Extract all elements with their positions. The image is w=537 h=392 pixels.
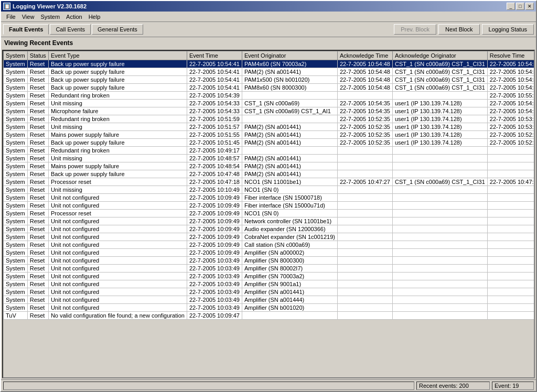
table-cell: Reset xyxy=(27,100,48,107)
tab-general-events[interactable]: General Events xyxy=(92,24,143,35)
table-cell: No valid configuration file found; a new… xyxy=(48,312,187,320)
table-cell: Reset xyxy=(27,257,48,265)
table-row[interactable]: SystemResetMains power supply failure22-… xyxy=(4,162,535,170)
table-cell: System xyxy=(4,92,28,100)
table-cell: Reset xyxy=(27,186,48,194)
maximize-button[interactable]: □ xyxy=(516,3,524,10)
table-cell: user1 (IP 130.139.74.128) xyxy=(392,115,487,123)
table-row[interactable]: SystemResetUnit not configured22-7-2005 … xyxy=(4,217,535,225)
menu-help[interactable]: Help xyxy=(85,13,104,21)
table-cell: Reset xyxy=(27,233,48,241)
table-row[interactable]: SystemResetUnit not configured22-7-2005 … xyxy=(4,288,535,296)
table-cell: 22-7-2005 10:54:35 xyxy=(337,107,392,115)
logging-status-button[interactable]: Logging Status xyxy=(482,24,534,35)
table-cell: System xyxy=(4,225,28,233)
table-cell: System xyxy=(4,265,28,273)
table-row[interactable]: SystemResetBack up power supply failure2… xyxy=(4,139,535,147)
minimize-button[interactable]: _ xyxy=(507,3,515,10)
table-cell xyxy=(337,296,392,304)
table-cell: Unit missing xyxy=(48,100,187,107)
table-row[interactable]: SystemResetRedundant ring broken22-7-200… xyxy=(4,115,535,123)
table-cell: 22-7-2005 10:54:48 xyxy=(487,68,535,76)
table-row[interactable]: SystemResetUnit not configured22-7-2005 … xyxy=(4,265,535,273)
table-cell: 22-7-2005 10:03:49 xyxy=(187,273,242,280)
table-row[interactable]: SystemResetMicrophone failure22-7-2005 1… xyxy=(4,107,535,115)
table-cell: PAM(2) (SN a001441) xyxy=(242,131,337,139)
table-cell xyxy=(392,194,487,202)
menu-file[interactable]: File xyxy=(3,13,19,21)
table-row[interactable]: SystemResetUnit not configured22-7-2005 … xyxy=(4,194,535,202)
table-cell: NCO1 (SN 0) xyxy=(242,186,337,194)
table-row[interactable]: SystemResetUnit not configured22-7-2005 … xyxy=(4,273,535,280)
table-cell: System xyxy=(4,241,28,249)
table-cell: 22-7-2005 10:54:48 xyxy=(337,76,392,84)
table-cell: Fiber interface (SN 15000u71d) xyxy=(242,202,337,210)
table-row[interactable]: SystemResetUnit missing22-7-2005 10:54:3… xyxy=(4,100,535,107)
table-cell xyxy=(242,147,337,155)
table-cell: 22-7-2005 10:09:47 xyxy=(187,312,242,320)
table-row[interactable]: SystemResetUnit not configured22-7-2005 … xyxy=(4,257,535,265)
table-cell: 22-7-2005 10:03:49 xyxy=(187,304,242,312)
table-row[interactable]: SystemResetUnit not configured22-7-2005 … xyxy=(4,296,535,304)
table-row[interactable]: SystemResetRedundant ring broken22-7-200… xyxy=(4,147,535,155)
table-cell: System xyxy=(4,107,28,115)
prev-block-button[interactable]: Prev. Block xyxy=(394,24,436,35)
table-cell: Redundant ring broken xyxy=(48,147,187,155)
table-cell: 22-7-2005 10:51:59 xyxy=(187,115,242,123)
table-row[interactable]: SystemResetUnit not configured22-7-2005 … xyxy=(4,233,535,241)
table-row[interactable]: SystemResetProcessor reset22-7-2005 10:4… xyxy=(4,178,535,186)
menu-action[interactable]: Action xyxy=(63,13,85,21)
table-row[interactable]: SystemResetBack up power supply failure2… xyxy=(4,170,535,178)
table-cell xyxy=(392,273,487,280)
table-cell xyxy=(392,186,487,194)
close-button[interactable]: ✕ xyxy=(525,3,534,10)
table-row[interactable]: SystemResetBack up power supply failure2… xyxy=(4,60,535,68)
menu-view[interactable]: View xyxy=(19,13,38,21)
table-row[interactable]: SystemResetUnit not configured22-7-2005 … xyxy=(4,304,535,312)
table-row[interactable]: SystemResetUnit not configured22-7-2005 … xyxy=(4,249,535,257)
table-cell: 22-7-2005 10:55:19 xyxy=(487,92,535,100)
tab-fault-events[interactable]: Fault Events xyxy=(3,24,49,35)
table-cell xyxy=(337,288,392,296)
table-cell xyxy=(487,257,535,265)
table-row[interactable]: SystemResetUnit not configured22-7-2005 … xyxy=(4,202,535,210)
table-row[interactable]: SystemResetRedundant ring broken22-7-200… xyxy=(4,92,535,100)
table-cell xyxy=(337,233,392,241)
table-row[interactable]: SystemResetUnit missing22-7-2005 10:48:5… xyxy=(4,155,535,162)
table-cell: Amplifier (SN 70003a2) xyxy=(242,273,337,280)
table-cell xyxy=(392,296,487,304)
table-row[interactable]: SystemResetBack up power supply failure2… xyxy=(4,68,535,76)
table-cell: 22-7-2005 10:09:49 xyxy=(187,202,242,210)
events-table-wrapper[interactable]: System Status Event Type Event Time Even… xyxy=(2,50,535,378)
table-row[interactable]: TuVResetNo valid configuration file foun… xyxy=(4,312,535,320)
table-row[interactable]: SystemResetUnit not configured22-7-2005 … xyxy=(4,225,535,233)
table-row[interactable]: SystemResetUnit missing22-7-2005 10:51:5… xyxy=(4,123,535,131)
table-cell: 22-7-2005 10:03:49 xyxy=(187,288,242,296)
table-row[interactable]: SystemResetMains power supply failure22-… xyxy=(4,131,535,139)
table-cell: Microphone failure xyxy=(48,107,187,115)
next-block-button[interactable]: Next Block xyxy=(438,24,480,35)
table-row[interactable]: SystemResetUnit not configured22-7-2005 … xyxy=(4,241,535,249)
tab-call-events[interactable]: Call Events xyxy=(50,24,91,35)
table-row[interactable]: SystemResetBack up power supply failure2… xyxy=(4,76,535,84)
table-cell: Unit not configured xyxy=(48,249,187,257)
table-cell xyxy=(337,147,392,155)
table-cell: Reset xyxy=(27,312,48,320)
table-cell xyxy=(487,265,535,273)
table-cell: Unit not configured xyxy=(48,296,187,304)
table-cell xyxy=(392,170,487,178)
table-row[interactable]: SystemResetUnit not configured22-7-2005 … xyxy=(4,280,535,288)
col-event-originator: Event Originator xyxy=(242,51,337,60)
table-cell: PAM8x60 (SN 8000300) xyxy=(242,84,337,92)
table-cell: CobraNet expander (SN 1c001219) xyxy=(242,233,337,241)
table-cell xyxy=(337,249,392,257)
event-number-text: Event: 19 xyxy=(495,383,519,389)
menu-system[interactable]: System xyxy=(37,13,63,21)
table-cell: 22-7-2005 10:03:49 xyxy=(187,280,242,288)
table-header-row: System Status Event Type Event Time Even… xyxy=(4,51,535,60)
table-row[interactable]: SystemResetBack up power supply failure2… xyxy=(4,84,535,92)
table-row[interactable]: SystemResetUnit missing22-7-2005 10:10:4… xyxy=(4,186,535,194)
table-cell: System xyxy=(4,115,28,123)
table-row[interactable]: SystemResetProcessor reset22-7-2005 10:0… xyxy=(4,210,535,217)
table-cell: 22-7-2005 10:09:49 xyxy=(187,249,242,257)
